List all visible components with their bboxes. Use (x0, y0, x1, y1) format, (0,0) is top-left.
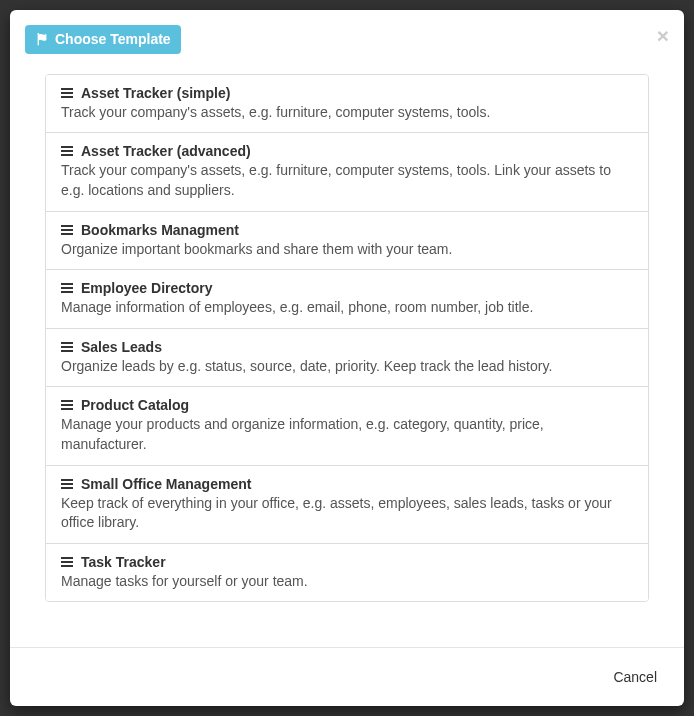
item-desc: Manage your products and organize inform… (61, 415, 633, 454)
item-desc: Organize important bookmarks and share t… (61, 240, 633, 260)
modal-footer: Cancel (10, 647, 684, 706)
template-asset-tracker-simple[interactable]: Asset Tracker (simple) Track your compan… (46, 75, 648, 134)
template-small-office-management[interactable]: Small Office Management Keep track of ev… (46, 466, 648, 544)
modal-body: Asset Tracker (simple) Track your compan… (10, 54, 684, 647)
item-desc: Keep track of everything in your office,… (61, 494, 633, 533)
list-icon (61, 479, 73, 489)
list-icon (61, 88, 73, 98)
choose-template-modal: Choose Template × Asset Tracker (simple)… (10, 10, 684, 706)
template-sales-leads[interactable]: Sales Leads Organize leads by e.g. statu… (46, 329, 648, 388)
list-icon (61, 146, 73, 156)
list-icon (61, 283, 73, 293)
template-list: Asset Tracker (simple) Track your compan… (45, 74, 649, 603)
item-desc: Track your company's assets, e.g. furnit… (61, 103, 633, 123)
item-desc: Organize leads by e.g. status, source, d… (61, 357, 633, 377)
template-bookmarks-management[interactable]: Bookmarks Managment Organize important b… (46, 212, 648, 271)
item-title: Task Tracker (61, 554, 633, 570)
modal-title: Choose Template (55, 31, 171, 48)
template-employee-directory[interactable]: Employee Directory Manage information of… (46, 270, 648, 329)
cancel-button[interactable]: Cancel (601, 663, 669, 691)
item-title: Asset Tracker (advanced) (61, 143, 633, 159)
template-task-tracker[interactable]: Task Tracker Manage tasks for yourself o… (46, 544, 648, 602)
item-title: Asset Tracker (simple) (61, 85, 633, 101)
item-title: Sales Leads (61, 339, 633, 355)
item-desc: Manage information of employees, e.g. em… (61, 298, 633, 318)
item-desc: Manage tasks for yourself or your team. (61, 572, 633, 592)
modal-header: Choose Template × (10, 10, 684, 54)
list-icon (61, 557, 73, 567)
item-title: Employee Directory (61, 280, 633, 296)
flag-icon (35, 32, 49, 46)
list-icon (61, 400, 73, 410)
choose-template-badge: Choose Template (25, 25, 181, 54)
list-icon (61, 342, 73, 352)
item-title: Product Catalog (61, 397, 633, 413)
close-button[interactable]: × (657, 25, 669, 46)
list-icon (61, 225, 73, 235)
item-title: Bookmarks Managment (61, 222, 633, 238)
item-title: Small Office Management (61, 476, 633, 492)
item-desc: Track your company's assets, e.g. furnit… (61, 161, 633, 200)
template-product-catalog[interactable]: Product Catalog Manage your products and… (46, 387, 648, 465)
template-asset-tracker-advanced[interactable]: Asset Tracker (advanced) Track your comp… (46, 133, 648, 211)
